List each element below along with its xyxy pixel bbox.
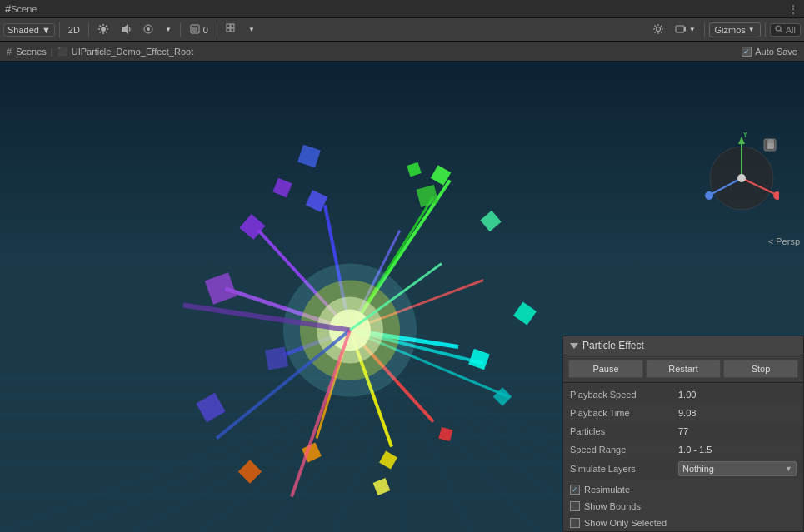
svg-rect-68	[438, 427, 452, 441]
shading-mode-dropdown[interactable]: Shaded ▼	[3, 23, 55, 37]
show-bounds-checkbox[interactable]: ✓	[570, 501, 580, 511]
playback-time-label: Playback Time	[570, 408, 678, 418]
grid-dropdown-arrow: ▼	[248, 26, 255, 33]
svg-marker-9	[122, 24, 128, 34]
grid-dropdown[interactable]: ▼	[244, 24, 259, 35]
gizmos-label: Gizmos	[715, 25, 746, 35]
breadcrumb-separator: |	[51, 47, 53, 57]
svg-rect-96	[767, 143, 774, 149]
svg-rect-80	[297, 145, 321, 168]
effects-toggle[interactable]	[138, 22, 158, 38]
gizmos-button[interactable]: Gizmos ▼	[709, 22, 761, 37]
show-only-selected-checkbox[interactable]: ✓	[570, 518, 580, 528]
svg-marker-22	[684, 27, 686, 32]
svg-line-7	[106, 25, 107, 27]
resimulate-label: Resimulate	[584, 485, 630, 495]
tab-title: Scene	[11, 4, 37, 14]
settings-button[interactable]	[648, 22, 668, 38]
effects-dropdown-arrow: ▼	[165, 26, 172, 33]
breadcrumb-bar: # Scenes | ⬛ UIParticle_Demo_Effect_Root…	[0, 42, 804, 62]
particles-row: Particles 77	[563, 422, 803, 440]
svg-point-11	[147, 27, 150, 31]
svg-rect-75	[407, 162, 422, 177]
speed-range-row: Speed Range 1.0 - 1.5	[563, 440, 803, 459]
playback-speed-value: 1.00	[678, 390, 797, 400]
resimulate-checkbox[interactable]: ✓	[570, 485, 580, 495]
svg-rect-58	[265, 347, 288, 370]
search-icon	[775, 25, 783, 35]
camera-dropdown-arrow: ▼	[689, 26, 696, 33]
breadcrumb: # Scenes | ⬛ UIParticle_Demo_Effect_Root	[7, 47, 193, 57]
simulate-layers-row: Simulate Layers Nothing ▼	[563, 459, 803, 479]
menu-dots-icon[interactable]: ⋮	[787, 2, 799, 16]
playback-time-row: Playback Time 9.08	[563, 404, 803, 422]
toolbar-separator-4	[217, 22, 217, 37]
viewport[interactable]: Y < Persp Particle Effect Pause Restart …	[0, 62, 804, 532]
toolbar: Shaded ▼ 2D ▼ 0 ▼	[0, 18, 804, 42]
svg-rect-18	[227, 28, 230, 32]
pause-button[interactable]: Pause	[568, 360, 643, 378]
search-box[interactable]: All	[770, 23, 801, 37]
settings-icon	[652, 23, 664, 37]
simulate-layers-dropdown[interactable]: Nothing ▼	[678, 461, 797, 476]
simulate-layers-arrow: ▼	[785, 465, 792, 473]
svg-rect-79	[373, 478, 391, 495]
scene-tab-icon: #	[5, 3, 11, 14]
panel-collapse-triangle[interactable]	[570, 343, 578, 349]
shading-dropdown-arrow: ▼	[42, 25, 51, 35]
resimulate-row: ✓ Resimulate	[563, 481, 803, 498]
scene-hash-icon: #	[7, 47, 12, 57]
svg-rect-21	[676, 26, 684, 32]
svg-line-6	[106, 32, 107, 33]
camera-button[interactable]: ▼	[671, 22, 700, 38]
auto-save-checkbox[interactable]: ✓	[742, 47, 752, 57]
toolbar-separator-5	[704, 22, 705, 37]
svg-rect-19	[231, 28, 234, 32]
playback-speed-label: Playback Speed	[570, 390, 678, 400]
effects-icon	[142, 23, 154, 37]
scenes-label[interactable]: Scenes	[16, 47, 47, 57]
svg-rect-64	[379, 451, 397, 470]
grid-icon	[226, 23, 237, 37]
speed-range-value: 1.0 - 1.5	[678, 445, 797, 455]
show-only-selected-label: Show Only Selected	[584, 518, 667, 528]
svg-point-94	[737, 174, 746, 182]
playback-speed-row: Playback Speed 1.00	[563, 385, 803, 404]
svg-rect-81	[480, 211, 501, 231]
svg-rect-62	[205, 272, 237, 304]
layer-filter[interactable]: 0	[185, 22, 212, 38]
camera-icon	[675, 23, 687, 37]
gizmo-compass[interactable]: Y	[704, 132, 779, 241]
toolbar-separator-6	[765, 22, 766, 37]
particle-panel-title: Particle Effect	[582, 340, 644, 351]
show-only-selected-row: ✓ Show Only Selected	[563, 515, 803, 531]
audio-toggle[interactable]	[116, 22, 136, 38]
light-toggle[interactable]	[93, 22, 113, 38]
stop-button[interactable]: Stop	[723, 360, 798, 378]
svg-rect-78	[238, 460, 262, 483]
object-label[interactable]: UIParticle_Demo_Effect_Root	[72, 47, 194, 57]
show-bounds-row: ✓ Show Bounds	[563, 498, 803, 515]
view-2d-button[interactable]: 2D	[64, 23, 84, 37]
svg-rect-16	[227, 24, 230, 27]
svg-point-93	[705, 191, 713, 200]
persp-label: < Persp	[768, 236, 800, 246]
toolbar-separator-3	[180, 22, 181, 37]
shading-mode-label: Shaded	[7, 25, 39, 35]
particle-panel-buttons: Pause Restart Stop	[563, 355, 803, 383]
effects-dropdown[interactable]: ▼	[161, 24, 176, 35]
svg-rect-53	[493, 387, 512, 406]
panel-rows: Playback Speed 1.00 Playback Time 9.08 P…	[563, 383, 803, 481]
restart-button[interactable]: Restart	[646, 360, 721, 378]
svg-rect-76	[513, 302, 537, 326]
particle-effect-panel: Particle Effect Pause Restart Stop Playb…	[562, 336, 804, 532]
particles-value: 77	[678, 426, 797, 436]
top-bar: # Scene ⋮	[0, 0, 804, 18]
toolbar-separator-2	[88, 22, 89, 37]
simulate-layers-label: Simulate Layers	[570, 464, 678, 474]
layer-count: 0	[203, 25, 208, 35]
speed-range-label: Speed Range	[570, 445, 678, 455]
svg-line-24	[780, 30, 782, 32]
grid-toggle[interactable]	[222, 22, 242, 38]
audio-icon	[120, 23, 132, 37]
